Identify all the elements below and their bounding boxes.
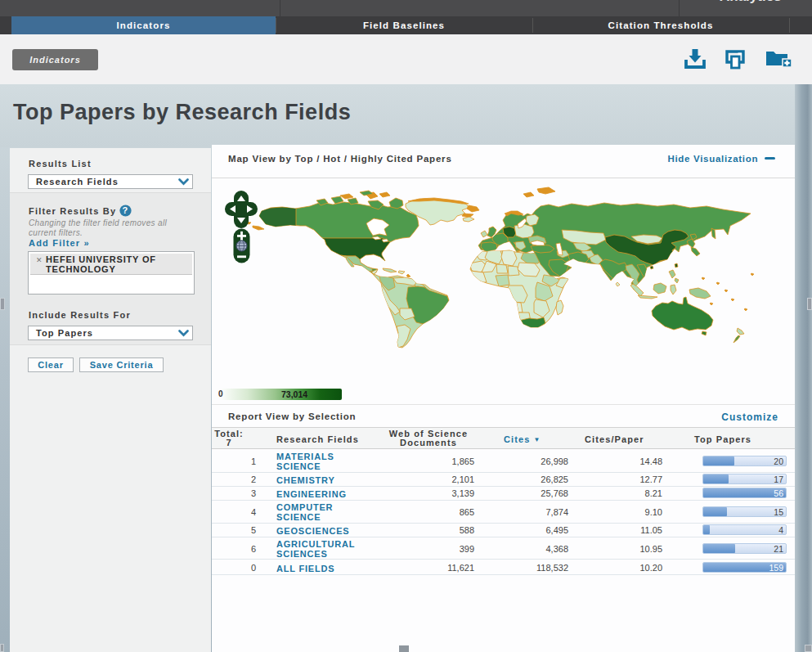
svg-text:?: ? [123, 205, 129, 215]
